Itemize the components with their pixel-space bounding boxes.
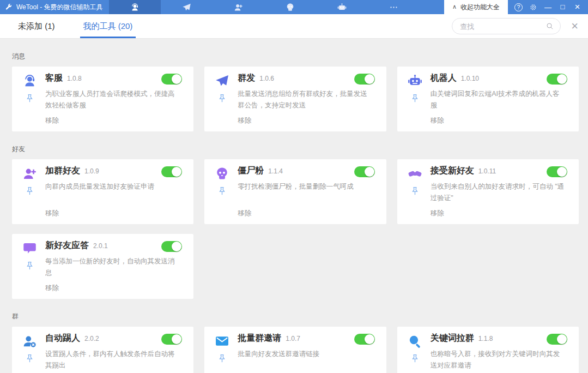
tools-panel: 消息 客服 1.0.8 为职业客服人员打造会话爬楼模式，便捷高效轻松做客服 移除… [0, 52, 588, 373]
tool-version: 1.0.6 [259, 75, 274, 82]
tool-title: 机器人 [431, 73, 457, 84]
tool-description: 当收到来自别人的加好友请求时，可自动 "通过验证" [431, 181, 566, 204]
remove-link[interactable]: 移除 [238, 116, 251, 125]
window-controls: ? — □ × [508, 0, 588, 14]
titlebar: WeTool - 免费的微信辅助工具 ∧ 收起功能大全 ? — □ × [0, 0, 588, 14]
tool-version: 2.0.1 [93, 242, 108, 250]
tool-toggle[interactable] [547, 334, 567, 345]
search-icon [545, 22, 554, 31]
tab-my-tools[interactable]: 我的工具 (20) [79, 14, 137, 38]
tool-toggle[interactable] [547, 74, 567, 85]
tool-version: 2.0.2 [84, 335, 99, 342]
pin-icon[interactable] [217, 185, 227, 197]
tool-toggle[interactable] [354, 166, 375, 177]
envelope-icon [215, 334, 229, 348]
settings-button[interactable] [526, 0, 541, 14]
titlebar-nav-more[interactable] [368, 0, 420, 14]
chat-bubble-icon [22, 241, 37, 256]
tool-toggle[interactable] [354, 74, 375, 85]
tool-title: 新好友应答 [45, 240, 89, 251]
tool-description: 向群内成员批量发送加好友验证申请 [45, 181, 180, 192]
skull-icon [215, 166, 229, 181]
more-dots-icon [389, 3, 398, 12]
pin-icon[interactable] [25, 92, 35, 105]
tool-card: 群发 1.0.6 批量发送消息组给所有群或好友，批量发送群公告，支持定时发送 移… [204, 67, 386, 131]
tool-section: 好友 加群好友 1.0.9 向群内成员批量发送加好友验证申请 移除 僵尸粉 1.… [12, 145, 579, 299]
help-icon: ? [514, 3, 523, 11]
panel-close-icon[interactable]: × [570, 20, 579, 32]
help-button[interactable]: ? [511, 0, 526, 14]
search-input[interactable] [460, 22, 545, 31]
tabbar: 未添加 (1) 我的工具 (20) × [0, 14, 588, 39]
person-plus-icon [234, 3, 243, 12]
titlebar-nav-zombie-fans[interactable] [264, 0, 316, 14]
tool-title-row: 接受新好友 1.0.11 [431, 165, 539, 177]
tool-card: 关键词拉群 1.1.8 也称暗号入群，接收到对方关键词时向其发送对应群邀请 移除 [397, 327, 579, 373]
tool-toggle[interactable] [161, 74, 182, 85]
tool-toggle[interactable] [161, 334, 182, 345]
titlebar-nav-add-friends[interactable] [213, 0, 264, 14]
headset-icon [130, 3, 140, 12]
person-plus-icon [22, 166, 37, 181]
tool-card: 客服 1.0.8 为职业客服人员打造会话爬楼模式，便捷高效轻松做客服 移除 [12, 67, 193, 131]
tool-toggle[interactable] [161, 166, 182, 177]
tab-not-added[interactable]: 未添加 (1) [14, 14, 59, 38]
tool-card: 机器人 1.0.10 由关键词回复和云端AI技术养成的机器人客服 移除 [397, 67, 579, 131]
remove-link[interactable]: 移除 [431, 209, 444, 218]
tool-version: 1.1.8 [478, 335, 493, 342]
headset-icon [22, 74, 37, 88]
remove-link[interactable]: 移除 [45, 116, 59, 125]
pin-icon[interactable] [25, 185, 35, 197]
maximize-button[interactable]: □ [555, 0, 570, 14]
pin-icon[interactable] [410, 185, 420, 197]
section-label: 好友 [12, 145, 579, 154]
close-button[interactable]: × [570, 0, 585, 14]
titlebar-nav [109, 0, 420, 14]
tool-card: 加群好友 1.0.9 向群内成员批量发送加好友验证申请 移除 [12, 159, 193, 224]
remove-link[interactable]: 移除 [45, 284, 59, 293]
pin-icon[interactable] [410, 352, 420, 365]
tool-toggle[interactable] [161, 241, 182, 252]
tool-description: 零打扰检测僵尸粉，批量删除一气呵成 [238, 181, 373, 192]
tool-card: 接受新好友 1.0.11 当收到来自别人的加好友请求时，可自动 "通过验证" 移… [397, 159, 579, 224]
collapse-tab-label: 收起功能大全 [460, 3, 500, 12]
tool-description: 由关键词回复和云端AI技术养成的机器人客服 [431, 88, 566, 111]
tool-version: 1.0.11 [478, 167, 496, 175]
search-box[interactable] [452, 18, 561, 34]
pin-icon[interactable] [217, 352, 227, 365]
pin-icon[interactable] [25, 352, 35, 365]
pin-icon[interactable] [25, 260, 35, 272]
titlebar-nav-customer-service[interactable] [109, 0, 161, 14]
pin-icon[interactable] [410, 92, 420, 105]
tool-section: 消息 客服 1.0.8 为职业客服人员打造会话爬楼模式，便捷高效轻松做客服 移除… [12, 52, 579, 131]
gear-icon [529, 3, 537, 11]
remove-link[interactable]: 移除 [238, 209, 251, 218]
titlebar-nav-robot[interactable] [316, 0, 368, 14]
remove-link[interactable]: 移除 [431, 116, 444, 125]
tool-section: 群 自动踢人 2.0.2 设置踢人条件，群内有人触发条件后自动将其踢出 移除 批… [12, 312, 579, 373]
tool-description: 批量发送消息组给所有群或好友，批量发送群公告，支持定时发送 [238, 88, 373, 111]
tool-description: 批量向好友发送群邀请链接 [238, 348, 373, 360]
tool-toggle[interactable] [354, 334, 375, 345]
search-area: × [452, 14, 579, 38]
tool-description: 也称暗号入群，接收到对方关键词时向其发送对应群邀请 [431, 348, 566, 371]
paper-plane-icon [215, 74, 229, 88]
titlebar-left: WeTool - 免费的微信辅助工具 [0, 0, 109, 14]
robot-icon [337, 3, 347, 12]
tool-title-row: 关键词拉群 1.1.8 [431, 333, 539, 344]
tool-card: 自动踢人 2.0.2 设置踢人条件，群内有人触发条件后自动将其踢出 移除 [12, 327, 193, 373]
tool-title: 关键词拉群 [431, 333, 474, 344]
remove-link[interactable]: 移除 [45, 209, 59, 218]
tool-title: 群发 [238, 73, 255, 84]
robot-icon [408, 74, 422, 88]
titlebar-nav-mass-send[interactable] [161, 0, 213, 14]
minimize-button[interactable]: — [541, 0, 555, 14]
tool-title: 批量群邀请 [238, 333, 281, 344]
card-grid: 自动踢人 2.0.2 设置踢人条件，群内有人触发条件后自动将其踢出 移除 批量群… [12, 327, 579, 373]
pin-icon[interactable] [217, 92, 227, 105]
magnifier-icon [408, 334, 422, 348]
tool-toggle[interactable] [547, 166, 567, 177]
card-grid: 客服 1.0.8 为职业客服人员打造会话爬楼模式，便捷高效轻松做客服 移除 群发… [12, 67, 579, 131]
collapse-panel-tab[interactable]: ∧ 收起功能大全 [444, 0, 508, 14]
tool-title: 自动踢人 [45, 333, 80, 344]
